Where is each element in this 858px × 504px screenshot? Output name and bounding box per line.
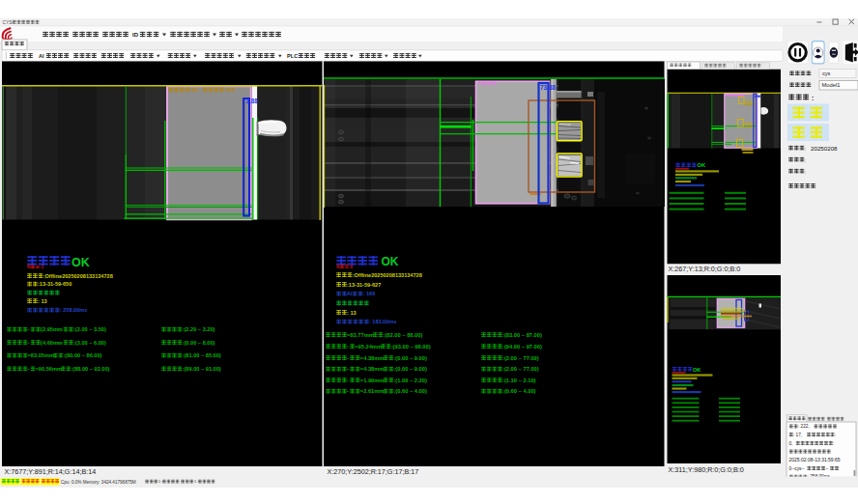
svg-text::(89.00 ~ 91.00): :(89.00 ~ 91.00) (183, 366, 221, 372)
svg-text:X:7677;Y:891;R:14;G:14;B:14: X:7677;Y:891;R:14;G:14;B:14 (5, 467, 97, 476)
svg-text:X:270;Y:2502;R:17;G:17;B:17: X:270;Y:2502;R:17;G:17;B:17 (328, 467, 419, 476)
svg-text::: : (805, 157, 807, 163)
svg-text::(2.20 ~ 3.20): :(2.20 ~ 3.20) (183, 326, 215, 332)
svg-text:=2.61mm: =2.61mm (360, 388, 385, 394)
svg-text:=4.38mm: =4.38mm (360, 366, 385, 372)
svg-text:: 13: : 13 (38, 298, 47, 304)
svg-text:OK: OK (382, 255, 399, 268)
svg-text::(81.00 ~ 85.00): :(81.00 ~ 85.00) (183, 352, 221, 358)
svg-text:1:: 1: (194, 479, 198, 484)
svg-text::(1.00 ~ 2.20): :(1.00 ~ 2.20) (393, 378, 427, 383)
svg-text:-: - (28, 366, 30, 372)
svg-text:-: - (347, 378, 349, 383)
svg-text:-: - (28, 326, 30, 332)
svg-text:Cpu: 0.0% Memory: 3424.4179687: Cpu: 0.0% Memory: 3424.41796875M (61, 480, 136, 485)
svg-text::(80.00 ~ 86.00): :(80.00 ~ 86.00) (63, 352, 101, 358)
svg-text::(1.10 ~ 2.10): :(1.10 ~ 2.10) (502, 378, 536, 383)
svg-text:-: - (347, 388, 349, 394)
svg-text:=1.90mm: =1.90mm (360, 378, 385, 383)
svg-text:=4.38mm: =4.38mm (360, 355, 385, 361)
svg-text::13-31-59-650: :13-31-59-650 (38, 281, 72, 287)
svg-text:: 222,: : 222, (798, 424, 810, 429)
svg-text::13-31-59-627: :13-31-59-627 (347, 282, 381, 288)
svg-text:X:267;Y:13;R:0;G:0;B:0: X:267;Y:13;R:0;G:0;B:0 (669, 265, 741, 273)
svg-text:1:: 1: (158, 479, 162, 484)
svg-text:: 166: : 166 (363, 291, 376, 296)
svg-text::(2.00 ~ 77.00): :(2.00 ~ 77.00) (502, 355, 539, 361)
svg-text:2025:02:08-13:31:59:65: 2025:02:08-13:31:59:65 (789, 457, 841, 462)
svg-text::1: :1 (40, 265, 43, 269)
svg-text:20250208: 20250208 (811, 145, 838, 152)
svg-text::: : (811, 70, 813, 76)
svg-text::(93.00 ~ 98.00): :(93.00 ~ 98.00) (391, 344, 431, 350)
svg-text:CYS-: CYS- (3, 20, 14, 25)
svg-text:-: - (347, 355, 349, 361)
svg-text::: : (812, 95, 814, 101)
svg-text:(4.60mm: (4.60mm (41, 340, 63, 346)
svg-text::: : (811, 82, 813, 88)
svg-text::(0.60 ~ 4.00): :(0.60 ~ 4.00) (393, 388, 427, 394)
svg-text:=83.77mm: =83.77mm (347, 332, 374, 338)
svg-text::: : (815, 183, 816, 189)
svg-text:: 17,: : 17, (793, 433, 802, 437)
svg-text:X:311;Y:980;R:0;G:0;B:0: X:311;Y:980;R:0;G:0;B:0 (669, 465, 744, 474)
svg-text::(3.00 ~ 6.00): :(3.00 ~ 6.00) (73, 340, 106, 346)
svg-text::Offline20250208133134728: :Offline20250208133134728 (43, 273, 113, 279)
svg-text:0--cys--: 0--cys-- (789, 466, 805, 471)
svg-text::: : (835, 433, 836, 437)
svg-text::(2.00 ~ 3.50): :(2.00 ~ 3.50) (73, 326, 106, 332)
svg-text::: : (833, 441, 834, 446)
svg-text::(0.00 ~ 8.00): :(0.00 ~ 8.00) (183, 340, 215, 346)
svg-text::(2.00 ~ 77.00): :(2.00 ~ 77.00) (502, 366, 539, 372)
svg-text::0: :0 (349, 265, 353, 269)
svg-text:-: - (347, 344, 349, 350)
svg-text::(0.00 ~ 9.00): :(0.00 ~ 9.00) (393, 355, 427, 361)
svg-text:Model1: Model1 (822, 82, 841, 88)
svg-text:: 13: : 13 (347, 310, 357, 316)
svg-text:=90.56mm: =90.56mm (36, 366, 62, 372)
svg-text::(82.00 ~ 88.00): :(82.00 ~ 88.00) (384, 332, 423, 338)
svg-text:-: - (28, 340, 30, 346)
svg-text:: 183.00ms: : 183.00ms (369, 319, 396, 324)
svg-text:0,: 0, (789, 441, 793, 446)
svg-text:ID: ID (132, 32, 139, 38)
svg-text::(94.00 ~ 97.00): :(94.00 ~ 97.00) (502, 344, 542, 350)
svg-text:=95.24mm: =95.24mm (355, 344, 382, 350)
svg-text:AI: AI (347, 291, 353, 296)
svg-text:(2.95mm: (2.95mm (41, 326, 63, 332)
svg-text::93,: :93, (190, 87, 200, 93)
svg-text::(0.60 ~ 4.00): :(0.60 ~ 4.00) (502, 388, 536, 394)
svg-text:--: -- (825, 466, 829, 471)
svg-text:: 258.00ms: : 258.00ms (60, 307, 87, 313)
svg-text:=83.05mm: =83.05mm (28, 352, 54, 358)
svg-text:AI: AI (39, 53, 44, 59)
svg-text:OK: OK (698, 162, 707, 168)
svg-text:73.88: 73.88 (540, 84, 556, 91)
svg-text:AI: AI (478, 81, 483, 86)
svg-text:cys: cys (822, 70, 831, 76)
svg-text::100: :100 (224, 87, 235, 93)
svg-text::Offline20250208133134728: :Offline20250208133134728 (353, 272, 422, 278)
svg-text::(0.00 ~ 9.00): :(0.00 ~ 9.00) (393, 366, 427, 372)
svg-text:3.88: 3.88 (246, 98, 259, 104)
svg-text:OK: OK (693, 367, 701, 373)
svg-text::(88.00 ~ 92.00): :(88.00 ~ 92.00) (71, 366, 109, 372)
svg-text:-: - (347, 366, 349, 372)
svg-text:OK: OK (72, 256, 90, 269)
svg-text::: : (805, 169, 807, 175)
svg-text::: : (805, 146, 807, 152)
svg-text::(83.00 ~ 87.00): :(83.00 ~ 87.00) (502, 332, 542, 338)
svg-text:PLC: PLC (287, 53, 298, 59)
